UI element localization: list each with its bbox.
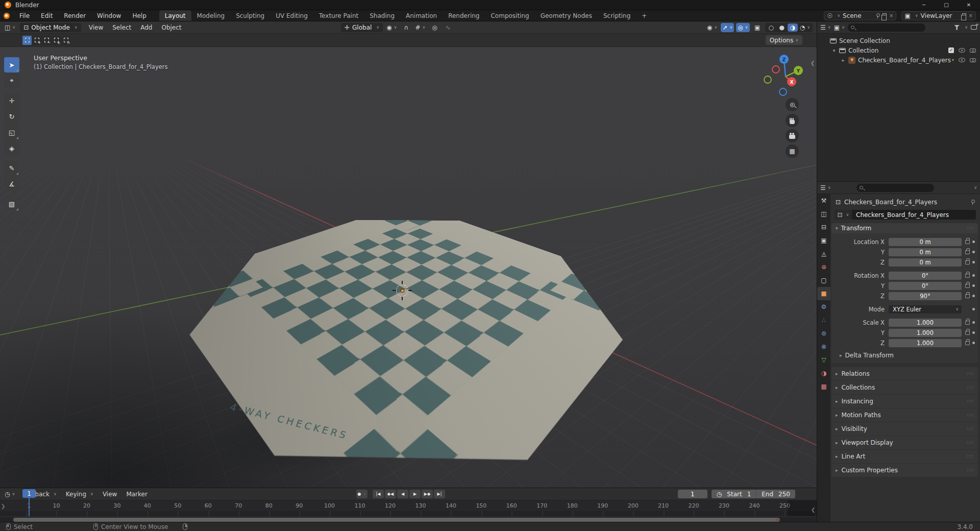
properties-tab[interactable]: ▦ — [817, 380, 830, 393]
perspective-toggle-button[interactable]: ▦ — [786, 144, 799, 158]
select-mode-button[interactable]: ∩ — [61, 36, 70, 45]
workspace-tab[interactable]: Scripting — [598, 10, 636, 21]
outliner-row[interactable]: ▸ ▼ Checkers_Board_for_4_Players ▾ — [817, 55, 980, 65]
expand-arrow-icon[interactable]: ❯ — [1, 503, 5, 509]
properties-search[interactable] — [856, 184, 934, 192]
falloff-dropdown[interactable]: ∿ — [442, 23, 453, 32]
animate-dot[interactable] — [972, 240, 975, 243]
lock-icon[interactable] — [965, 284, 970, 288]
tool-button[interactable]: ✛ — [4, 93, 19, 108]
workspace-tab[interactable]: Texture Paint — [313, 10, 364, 21]
animate-dot[interactable] — [972, 274, 975, 277]
viewport-menu-item[interactable]: Object — [157, 24, 186, 31]
animate-dot[interactable] — [972, 295, 975, 297]
shading-solid-button[interactable]: ● — [777, 23, 787, 32]
collapsed-panel[interactable]: ▸ Relations ∷∷ — [831, 367, 978, 380]
navigation-gizmo[interactable]: ZYX — [764, 53, 808, 100]
tool-button[interactable]: ➤ — [4, 57, 19, 73]
pan-button[interactable] — [786, 114, 799, 127]
options-button[interactable]: Options ∨ — [766, 35, 802, 45]
select-mode-button[interactable] — [22, 36, 32, 45]
collapse-region-icon[interactable]: ❮ — [811, 60, 815, 66]
playhead[interactable] — [29, 498, 30, 516]
tool-button[interactable]: ✎ — [4, 160, 19, 176]
timeline-editor-type[interactable]: ◷ ∨ — [2, 491, 17, 498]
transport-button[interactable]: ◆◀ — [385, 490, 396, 498]
transport-button[interactable]: ▶ — [409, 490, 421, 498]
editor-type-button[interactable]: ◫ ∨ — [2, 24, 18, 31]
collapsed-panel[interactable]: ▸ Visibility ∷∷ — [831, 422, 978, 436]
window-control-button[interactable]: □ — [935, 0, 958, 10]
properties-tab[interactable]: ■ — [817, 287, 830, 300]
transform-value-field[interactable]: 0 m — [889, 258, 962, 267]
transport-button[interactable]: ◀ — [397, 490, 408, 498]
animate-dot[interactable] — [972, 261, 975, 263]
shading-material-button[interactable]: ◑ — [788, 23, 798, 32]
collapsed-panel[interactable]: ▸ Viewport Display ∷∷ — [831, 436, 978, 449]
lock-icon[interactable] — [965, 321, 970, 325]
hide-eye-icon[interactable] — [959, 58, 965, 62]
snap-toggle[interactable]: ∩ — [401, 23, 412, 32]
properties-tab[interactable]: ⊚ — [817, 327, 830, 340]
pin-id-icon[interactable] — [970, 200, 975, 205]
properties-tab[interactable]: ◬ — [817, 247, 830, 260]
collapsed-panel[interactable]: ▸ Line Art ∷∷ — [831, 450, 978, 463]
tool-button[interactable]: ◱ — [4, 125, 19, 140]
snap-with-dropdown[interactable]: # ∨ — [414, 23, 427, 32]
workspace-tab[interactable]: Shading — [364, 10, 400, 21]
outliner-row[interactable]: ▾ Collection ✓ — [817, 45, 980, 55]
timeline-menu-item[interactable]: View — [98, 488, 121, 500]
lock-icon[interactable] — [965, 294, 970, 298]
properties-tab[interactable]: ▣ — [817, 234, 830, 247]
shading-wireframe-button[interactable]: ○ — [766, 23, 776, 32]
properties-tab[interactable]: ⚒ — [817, 194, 830, 207]
lock-icon[interactable] — [965, 274, 970, 278]
gizmos-toggle[interactable]: ➚ ∨ — [721, 23, 734, 32]
window-control-button[interactable]: ✕ — [958, 0, 980, 10]
end-frame-field[interactable]: End 250 — [756, 490, 795, 498]
workspace-tab[interactable]: Compositing — [485, 10, 534, 21]
transport-button[interactable]: ▶| — [434, 490, 445, 498]
animate-dot[interactable] — [972, 284, 975, 287]
select-mode-button[interactable]: ± — [52, 36, 61, 45]
timeline-ticks[interactable] — [0, 511, 817, 516]
tool-button[interactable]: ∡ — [4, 176, 19, 191]
viewport-menu-item[interactable]: View — [84, 24, 108, 31]
timeline-menu-item[interactable]: Keying ∨ — [61, 488, 98, 500]
menu-item[interactable]: Render — [58, 10, 91, 21]
outliner-display-mode[interactable]: ☰ ∨ — [820, 24, 831, 31]
properties-tab[interactable]: ▢ — [817, 274, 830, 287]
collapsed-panel[interactable]: ▸ Custom Properties ∷∷ — [831, 464, 978, 477]
timeline-menu-item[interactable]: Marker — [121, 488, 152, 500]
properties-tab[interactable]: ◑ — [817, 367, 830, 380]
transform-value-field[interactable]: 0° — [889, 282, 962, 290]
properties-tab[interactable]: ⊗ — [817, 340, 830, 353]
transform-orientation-dropdown[interactable]: ✛ Global ∨ — [341, 23, 383, 32]
select-mode-button[interactable]: + — [32, 36, 41, 45]
properties-tab[interactable]: ∴ — [817, 313, 830, 327]
hide-eye-icon[interactable] — [959, 48, 965, 53]
chevron-down-icon[interactable]: ∨ — [974, 185, 977, 190]
pivot-point-dropdown[interactable]: ◉ ∨ — [385, 23, 398, 32]
properties-editor-type[interactable]: ☰ ∨ — [820, 184, 831, 191]
disable-render-camera-icon[interactable] — [970, 58, 976, 62]
transform-value-field[interactable]: 1.000 — [889, 329, 962, 337]
transform-value-field[interactable]: 0 m — [889, 248, 962, 256]
camera-view-button[interactable] — [786, 129, 799, 142]
tool-button[interactable]: ◈ — [4, 140, 19, 156]
drag-grip-icon[interactable]: ∷∷ — [967, 226, 974, 231]
transport-button[interactable]: |◀ — [373, 490, 384, 498]
tool-button[interactable]: ▧ — [4, 196, 19, 211]
window-control-button[interactable]: ─ — [913, 0, 935, 10]
current-frame-chip[interactable]: 1 — [22, 489, 36, 498]
exclude-checkbox[interactable]: ✓ — [948, 47, 954, 53]
xray-toggle[interactable]: ▣ — [752, 23, 763, 32]
outliner-filter-type[interactable]: ▣ ∨ — [834, 24, 845, 31]
lock-icon[interactable] — [965, 240, 970, 244]
outliner-row[interactable]: Scene Collection — [817, 36, 980, 45]
outliner-search[interactable] — [848, 23, 925, 32]
animate-dot[interactable] — [972, 342, 975, 344]
transform-value-field[interactable]: 0 m — [889, 238, 962, 246]
tool-button[interactable]: ↻ — [4, 109, 19, 124]
close-icon[interactable]: × — [889, 13, 893, 18]
